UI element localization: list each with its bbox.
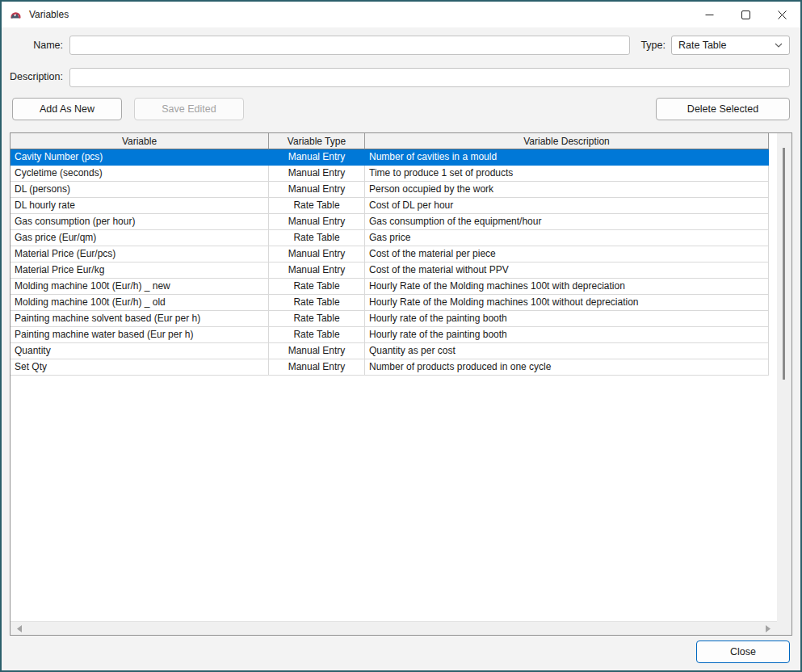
add-as-new-button[interactable]: Add As New [12, 98, 122, 120]
close-window-button[interactable] [764, 2, 800, 27]
vertical-scrollbar-thumb[interactable] [783, 148, 785, 380]
table-row[interactable]: Molding machine 100t (Eur/h) _ newRate T… [10, 279, 769, 295]
cell-variable-type: Rate Table [269, 327, 365, 343]
scroll-left-icon [17, 625, 22, 632]
horizontal-scrollbar[interactable] [10, 621, 777, 635]
column-header-variable-description[interactable]: Variable Description [365, 133, 769, 149]
cell-variable-description: Hourly Rate of the Molding machines 100t… [365, 279, 769, 295]
close-button[interactable]: Close [696, 640, 790, 663]
title-bar: Variables [2, 2, 800, 27]
maximize-button[interactable] [728, 2, 764, 27]
table-row[interactable]: Painting machine solvent based (Eur per … [10, 311, 769, 327]
cell-variable-type: Manual Entry [269, 182, 365, 198]
save-edited-button[interactable]: Save Edited [134, 98, 244, 120]
variables-window: Variables Name: Type: Rate Table Descrip… [0, 0, 802, 672]
cell-variable-type: Manual Entry [269, 343, 365, 359]
scroll-right-button[interactable] [762, 624, 774, 634]
cell-variable-description: Number of cavities in a mould [365, 149, 769, 166]
cell-variable-description: Hourly rate of the painting booth [365, 311, 769, 327]
cell-variable-type: Rate Table [269, 230, 365, 246]
cell-variable: Quantity [10, 343, 269, 359]
table-header: Variable Variable Type Variable Descript… [10, 133, 769, 149]
name-label: Name: [2, 40, 63, 51]
cell-variable: Molding machine 100t (Eur/h) _ new [10, 279, 269, 295]
cell-variable: DL hourly rate [10, 198, 269, 214]
scroll-left-button[interactable] [14, 624, 25, 634]
table-row[interactable]: Gas price (Eur/qm)Rate TableGas price [10, 230, 769, 246]
cell-variable-description: Cost of DL per hour [365, 198, 769, 214]
cell-variable-type: Manual Entry [269, 166, 365, 182]
cell-variable-description: Gas consumption of the equipment/hour [365, 214, 769, 230]
app-logo-icon [9, 8, 23, 21]
cell-variable-type: Rate Table [269, 295, 365, 311]
table-row[interactable]: QuantityManual EntryQuantity as per cost [10, 343, 769, 359]
cell-variable: Cavity Number (pcs) [10, 149, 269, 166]
cell-variable-description: Hourly rate of the painting booth [365, 327, 769, 343]
minimize-button[interactable] [691, 2, 728, 27]
table-row[interactable]: Set QtyManual EntryNumber of products pr… [10, 359, 769, 376]
cell-variable: Gas consumption (per hour) [10, 214, 269, 230]
cell-variable-type: Manual Entry [269, 359, 365, 376]
cell-variable: Painting machine water based (Eur per h) [10, 327, 269, 343]
cell-variable: Cycletime (seconds) [10, 166, 269, 182]
cell-variable-type: Manual Entry [269, 214, 365, 230]
scrollbar-corner [777, 621, 792, 635]
type-dropdown[interactable]: Rate Table [671, 36, 790, 55]
cell-variable-description: Gas price [365, 230, 769, 246]
cell-variable-type: Manual Entry [269, 262, 365, 279]
close-icon [778, 10, 787, 19]
cell-variable: Painting machine solvent based (Eur per … [10, 311, 269, 327]
minimize-icon [705, 10, 714, 19]
cell-variable: Molding machine 100t (Eur/h) _ old [10, 295, 269, 311]
table-row[interactable]: Gas consumption (per hour)Manual EntryGa… [10, 214, 769, 230]
chevron-down-icon [775, 43, 783, 48]
cell-variable-description: Time to produce 1 set of products [365, 166, 769, 182]
cell-variable-type: Manual Entry [269, 246, 365, 262]
name-input[interactable] [69, 36, 630, 55]
cell-variable: Material Price Eur/kg [10, 262, 269, 279]
cell-variable-type: Rate Table [269, 311, 365, 327]
cell-variable-description: Number of products produced in one cycle [365, 359, 769, 376]
cell-variable: DL (persons) [10, 182, 269, 198]
description-label: Description: [2, 71, 63, 82]
table-row[interactable]: DL (persons)Manual EntryPerson occupied … [10, 182, 769, 198]
dialog-body: Name: Type: Rate Table Description: Add … [2, 27, 800, 670]
table-row[interactable]: Molding machine 100t (Eur/h) _ oldRate T… [10, 295, 769, 311]
column-header-variable-type[interactable]: Variable Type [269, 133, 365, 149]
cell-variable-description: Cost of the material per piece [365, 246, 769, 262]
type-label: Type: [615, 40, 666, 51]
table-row[interactable]: Material Price Eur/kgManual EntryCost of… [10, 262, 769, 279]
table-row[interactable]: Cavity Number (pcs)Manual EntryNumber of… [10, 149, 769, 166]
scroll-right-icon [766, 625, 771, 632]
table-body: Cavity Number (pcs)Manual EntryNumber of… [10, 149, 769, 376]
cell-variable-type: Rate Table [269, 279, 365, 295]
variables-table: Variable Variable Type Variable Descript… [10, 132, 792, 636]
maximize-icon [741, 10, 750, 19]
cell-variable-description: Quantity as per cost [365, 343, 769, 359]
description-input[interactable] [69, 68, 790, 87]
vertical-scrollbar[interactable] [777, 133, 792, 621]
cell-variable: Material Price (Eur/pcs) [10, 246, 269, 262]
window-controls [691, 2, 800, 27]
column-header-variable[interactable]: Variable [10, 133, 269, 149]
cell-variable-type: Rate Table [269, 198, 365, 214]
cell-variable-description: Cost of the material without PPV [365, 262, 769, 279]
table-row[interactable]: Painting machine water based (Eur per h)… [10, 327, 769, 343]
delete-selected-button[interactable]: Delete Selected [656, 98, 790, 120]
window-title: Variables [29, 9, 69, 20]
table-row[interactable]: DL hourly rateRate TableCost of DL per h… [10, 198, 769, 214]
table-row[interactable]: Material Price (Eur/pcs)Manual EntryCost… [10, 246, 769, 262]
cell-variable-description: Person occupied by the work [365, 182, 769, 198]
cell-variable: Gas price (Eur/qm) [10, 230, 269, 246]
cell-variable-type: Manual Entry [269, 149, 365, 166]
cell-variable-description: Hourly Rate of the Molding machines 100t… [365, 295, 769, 311]
table-row[interactable]: Cycletime (seconds)Manual EntryTime to p… [10, 166, 769, 182]
cell-variable: Set Qty [10, 359, 269, 376]
type-selected-value: Rate Table [678, 40, 727, 51]
